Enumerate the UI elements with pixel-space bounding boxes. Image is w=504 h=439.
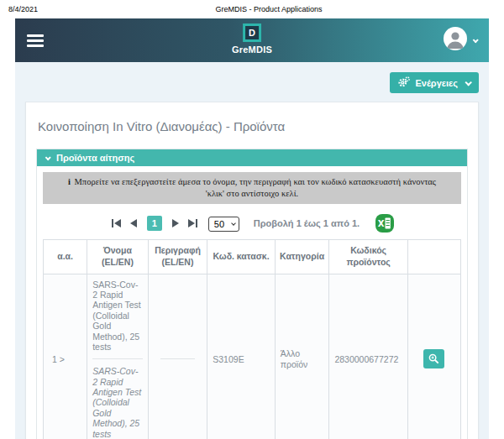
- app-logo: D: [243, 24, 261, 42]
- page-background: D GreMDIS: [15, 18, 489, 439]
- chevron-down-icon: [473, 37, 479, 43]
- print-header: 8/4/2021 GreMDIS - Product Applications: [0, 0, 504, 18]
- section-header-toggle[interactable]: Προϊόντα αίτησης: [37, 149, 467, 166]
- page-size-select[interactable]: 50: [208, 217, 239, 232]
- screen: 8/4/2021 GreMDIS - Product Applications …: [0, 0, 504, 439]
- divider: [160, 358, 194, 359]
- user-menu[interactable]: [444, 27, 477, 54]
- name-en-text: SARS-Cov-2 Rapid Antigen Test (Colloidal…: [92, 366, 143, 439]
- next-page-icon[interactable]: [171, 217, 181, 229]
- manufacturer-code-cell[interactable]: S3109E: [207, 274, 276, 439]
- table-header-row: α.α. Όνομα (EL/EN) Περιγραφή (EL/EN) Κωδ…: [44, 240, 461, 274]
- info-text: Μπορείτε να επεξεργαστείτε άμεσα το όνομ…: [75, 177, 437, 198]
- paginator: 1 50 Προβολή 1 έως 1 από 1.: [43, 214, 461, 233]
- chevron-down-icon: [45, 154, 51, 160]
- page-title: Κοινοποίηση In Vitro (Διανομέας) - Προϊό…: [38, 119, 466, 133]
- section-header-label: Προϊόντα αίτησης: [56, 153, 134, 163]
- info-icon: i: [68, 177, 71, 186]
- col-header-index: α.α.: [44, 240, 87, 274]
- category-cell: Άλλο προϊόν: [275, 274, 329, 439]
- row-actions-cell: [407, 274, 460, 439]
- products-table: α.α. Όνομα (EL/EN) Περιγραφή (EL/EN) Κωδ…: [43, 239, 461, 439]
- search-plus-icon[interactable]: [423, 349, 444, 368]
- first-page-icon[interactable]: [110, 217, 123, 229]
- current-page-button[interactable]: 1: [147, 216, 162, 231]
- section-body: i Μπορείτε να επεξεργαστείτε άμεσα το όν…: [37, 166, 467, 439]
- main-panel: Κοινοποίηση In Vitro (Διανομέας) - Προϊό…: [25, 102, 479, 439]
- actions-button-label: Ενέργειες: [415, 78, 458, 88]
- description-cell[interactable]: [148, 274, 207, 439]
- col-header-manufacturer-code: Κωδ. κατασκ.: [207, 240, 276, 274]
- actions-button[interactable]: Ενέργειες: [390, 72, 479, 93]
- products-section: Προϊόντα αίτησης i Μπορείτε να επεξεργασ…: [36, 149, 468, 439]
- hamburger-icon[interactable]: [27, 32, 44, 50]
- content: Ενέργειες Κοινοποίηση In Vitro (Διανομέα…: [15, 62, 489, 439]
- print-date: 8/4/2021: [8, 5, 126, 13]
- col-header-description: Περιγραφή (EL/EN): [148, 240, 207, 274]
- divider: [92, 358, 143, 359]
- navbar: D GreMDIS: [15, 18, 489, 62]
- print-title: GreMDIS - Product Applications: [126, 5, 496, 13]
- col-header-product-code: Κωδικός προϊόντος: [329, 240, 407, 274]
- paginator-summary: Προβολή 1 έως 1 από 1.: [254, 218, 360, 228]
- chevron-down-icon: [465, 79, 471, 86]
- col-header-actions: [407, 240, 460, 274]
- previous-page-icon[interactable]: [129, 217, 139, 229]
- col-header-category: Κατηγορία: [275, 240, 329, 274]
- last-page-icon[interactable]: [186, 217, 199, 229]
- name-el-text: SARS-Cov-2 Rapid Antigen Test (Colloidal…: [92, 280, 143, 353]
- brand[interactable]: D GreMDIS: [232, 24, 272, 55]
- col-header-name: Όνομα (EL/EN): [87, 240, 149, 274]
- cogs-icon: [398, 76, 410, 89]
- avatar-icon: [444, 27, 467, 54]
- info-box: i Μπορείτε να επεξεργαστείτε άμεσα το όν…: [43, 172, 461, 204]
- product-code-cell: 2830000677272: [329, 274, 407, 439]
- actions-row: Ενέργειες: [25, 72, 479, 93]
- page-size-select-wrap: 50: [208, 216, 239, 232]
- name-cell[interactable]: SARS-Cov-2 Rapid Antigen Test (Colloidal…: [87, 274, 149, 439]
- table-row: 1 > SARS-Cov-2 Rapid Antigen Test (Collo…: [44, 274, 461, 439]
- row-expand-cell[interactable]: 1 >: [44, 274, 87, 439]
- excel-export-icon[interactable]: X: [375, 214, 394, 233]
- app-name: GreMDIS: [232, 44, 272, 55]
- svg-text:X: X: [378, 219, 385, 228]
